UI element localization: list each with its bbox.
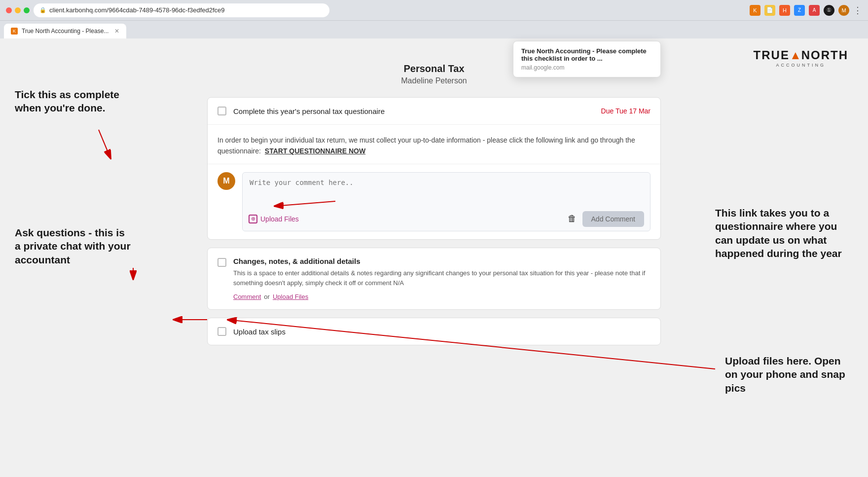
task-label-1: Complete this year's personal tax questi… [233,107,594,115]
ext-icon-2[interactable]: 📄 [764,5,775,16]
task-checkbox-1[interactable] [217,107,226,115]
task-item-1: Complete this year's personal tax questi… [208,98,660,125]
window-controls [6,7,30,13]
card-wrapper: Complete this year's personal tax questi… [197,97,671,345]
fullscreen-window-btn[interactable] [24,7,30,13]
task-body-2: This is a space to enter additional deta… [233,268,651,288]
upload-files-label: Upload Files [260,215,299,223]
task-card-3: Upload tax slips [207,318,661,345]
logo-area: TRUE ▲ NORTH ACCOUNTING [754,48,848,68]
comment-actions: 🗑 Add Comment [568,211,644,227]
task-description-1: In order to begin your individual tax re… [208,125,660,164]
active-tab[interactable]: K True North Accounting - Please... ✕ [4,24,126,38]
upload-files-link-2[interactable]: Upload Files [273,293,308,300]
task-due-1: Due Tue 17 Mar [601,107,651,115]
ext-icon-3[interactable]: H [779,5,790,16]
main-content: True North Accounting - Please complete … [0,38,868,477]
ext-icon-badge[interactable]: ① [824,5,834,16]
tooltip-title: True North Accounting - Please complete … [521,47,652,62]
tab-bar: K True North Accounting - Please... ✕ [0,21,868,38]
task-checkbox-2[interactable] [217,258,226,267]
comment-area: M ⊕ Upload Files 🗑 Add Comment [208,164,660,239]
logo-sub: ACCOUNTING [754,63,848,68]
page-title: Personal Tax [0,63,868,74]
tooltip-subtitle: mail.google.com [521,64,652,71]
address-bar[interactable]: 🔒 client.karbonhq.com/9664cdab-7489-4578… [34,3,329,17]
task-item-2: Changes, notes, & additional details Thi… [208,248,660,309]
task-card-1: Complete this year's personal tax questi… [207,97,661,240]
comment-link[interactable]: Comment [233,293,261,300]
close-window-btn[interactable] [6,7,12,13]
annotation-4: Upload files here. Open on your phone an… [725,354,853,395]
annotation-1: Tick this as complete when you're done. [15,88,123,115]
tab-favicon: K [11,28,18,35]
comment-input-wrapper: ⊕ Upload Files 🗑 Add Comment [242,172,651,231]
logo-north-icon: ▲ [790,48,801,62]
tab-close-icon[interactable]: ✕ [114,28,119,35]
page-header: Personal Tax Madeline Peterson [0,48,868,97]
browser-menu[interactable]: ⋮ [853,5,862,16]
comment-input[interactable] [243,173,650,207]
link-separator: or [264,293,270,300]
browser-bar: 🔒 client.karbonhq.com/9664cdab-7489-4578… [0,0,868,21]
client-name: Madeline Peterson [0,76,868,85]
start-questionnaire-link[interactable]: START QUESTIONNAIRE NOW [265,147,365,155]
ext-icon-1[interactable]: K [750,5,760,16]
delete-comment-btn[interactable]: 🗑 [568,214,577,224]
minimize-window-btn[interactable] [15,7,21,13]
upload-files-link[interactable]: ⊕ Upload Files [249,215,299,223]
annotation-2: Ask questions - this is a private chat w… [15,226,133,266]
svg-line-1 [99,130,111,159]
task-content-2: Changes, notes, & additional details Thi… [233,257,651,300]
logo-text-true: TRUE [754,48,790,62]
comment-footer: ⊕ Upload Files 🗑 Add Comment [243,207,650,231]
add-comment-btn[interactable]: Add Comment [582,211,644,227]
ext-icon-pdf[interactable]: A [809,5,820,16]
lock-icon: 🔒 [39,7,46,13]
task-title-2: Changes, notes, & additional details [233,257,651,265]
tooltip-popup: True North Accounting - Please complete … [513,41,661,77]
annotation-3: This link takes you to a questionnaire w… [715,206,853,260]
ext-icon-zoom[interactable]: Z [794,5,805,16]
task-checkbox-3[interactable] [217,327,226,336]
task-card-2: Changes, notes, & additional details Thi… [207,248,661,310]
logo-text-north: NORTH [801,48,848,62]
user-avatar[interactable]: M [838,5,849,16]
url-text: client.karbonhq.com/9664cdab-7489-4578-9… [49,6,225,14]
upload-icon: ⊕ [249,215,257,223]
browser-extensions: K 📄 H Z A ① M ⋮ [750,5,862,16]
tab-label: True North Accounting - Please... [22,28,108,35]
task-label-3: Upload tax slips [233,328,286,336]
task-links-2: Comment or Upload Files [233,293,651,300]
user-avatar-comment: M [217,172,235,190]
